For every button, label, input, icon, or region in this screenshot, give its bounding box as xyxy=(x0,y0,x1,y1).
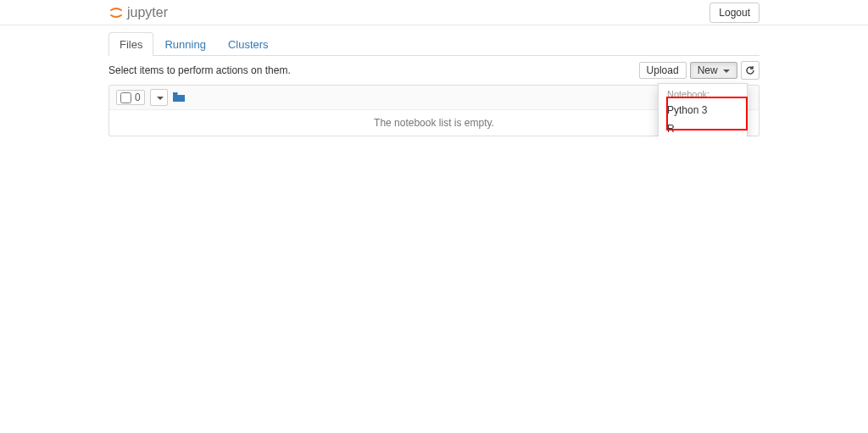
folder-icon[interactable] xyxy=(173,92,185,103)
menu-item-python3[interactable]: Python 3 xyxy=(659,101,747,119)
upload-button[interactable]: Upload xyxy=(639,62,687,79)
jupyter-icon xyxy=(108,5,124,20)
tab-bar: Files Running Clusters xyxy=(108,32,760,56)
refresh-icon xyxy=(745,65,755,75)
tab-running-label: Running xyxy=(154,33,215,56)
refresh-button[interactable] xyxy=(741,61,760,80)
new-dropdown-menu: Notebook: Python 3 R Other: Text File Fo… xyxy=(658,83,748,136)
selection-dropdown[interactable] xyxy=(150,89,168,106)
dropdown-header-notebook: Notebook: xyxy=(659,87,747,101)
app-header: jupyter Logout xyxy=(0,0,868,25)
caret-down-icon xyxy=(723,69,730,73)
toolbar-row: Select items to perform actions on them.… xyxy=(108,61,760,80)
new-button[interactable]: New xyxy=(690,62,737,79)
select-all-group[interactable]: 0 xyxy=(116,90,145,105)
new-button-label: New xyxy=(698,64,718,76)
action-hint: Select items to perform actions on them. xyxy=(108,64,291,76)
brand-text: jupyter xyxy=(127,5,168,20)
tab-clusters[interactable]: Clusters xyxy=(217,32,280,56)
caret-down-icon xyxy=(157,97,164,100)
menu-item-r[interactable]: R xyxy=(659,119,747,136)
tab-files-label: Files xyxy=(109,33,153,56)
main-container: Files Running Clusters Select items to p… xyxy=(108,32,760,136)
selected-count: 0 xyxy=(135,92,141,103)
jupyter-logo[interactable]: jupyter xyxy=(108,5,168,20)
tab-clusters-label: Clusters xyxy=(218,33,279,56)
tab-files[interactable]: Files xyxy=(108,32,153,56)
select-all-checkbox[interactable] xyxy=(120,92,131,103)
logout-button[interactable]: Logout xyxy=(709,3,760,23)
tab-running[interactable]: Running xyxy=(153,32,216,56)
